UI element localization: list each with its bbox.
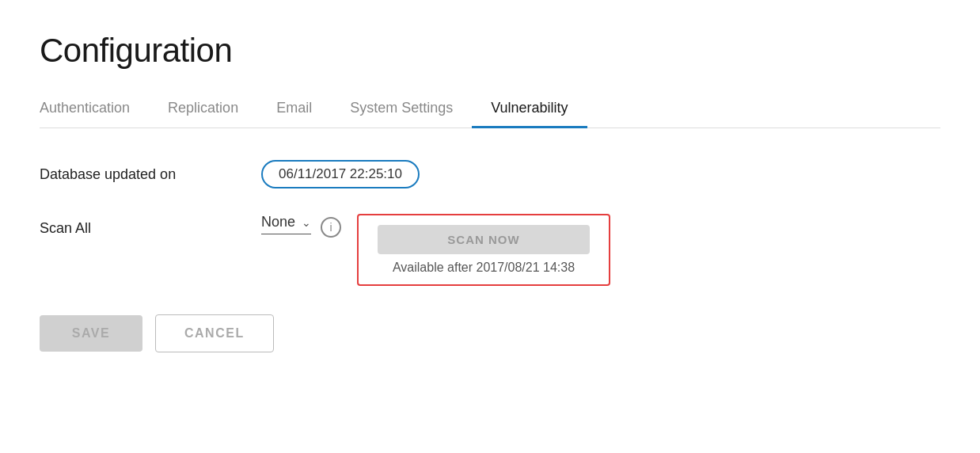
tabs-nav: Authentication Replication Email System … — [40, 92, 940, 128]
info-icon[interactable]: i — [321, 217, 341, 238]
cancel-button[interactable]: CANCEL — [155, 314, 274, 352]
database-updated-value: 06/11/2017 22:25:10 — [261, 160, 420, 188]
content-section: Database updated on 06/11/2017 22:25:10 … — [40, 157, 940, 352]
scan-now-box: SCAN NOW Available after 2017/08/21 14:3… — [357, 214, 610, 286]
page-title: Configuration — [40, 32, 940, 70]
available-after-text: Available after 2017/08/21 14:38 — [393, 261, 575, 275]
tab-authentication[interactable]: Authentication — [40, 92, 149, 128]
scan-now-button[interactable]: SCAN NOW — [378, 225, 590, 254]
chevron-down-icon: ⌄ — [302, 216, 311, 229]
tab-system-settings[interactable]: System Settings — [331, 92, 472, 128]
scan-all-select-value: None — [261, 214, 295, 230]
tab-replication[interactable]: Replication — [149, 92, 257, 128]
page-container: Configuration Authentication Replication… — [0, 0, 980, 453]
tab-vulnerability[interactable]: Vulnerability — [472, 92, 587, 128]
database-updated-badge: 06/11/2017 22:25:10 — [261, 160, 420, 188]
scan-all-select[interactable]: None ⌄ — [261, 214, 311, 234]
database-updated-row: Database updated on 06/11/2017 22:25:10 — [40, 157, 940, 192]
tab-email[interactable]: Email — [257, 92, 331, 128]
actions-row: SAVE CANCEL — [40, 314, 940, 352]
database-updated-label: Database updated on — [40, 166, 261, 183]
scan-all-controls: None ⌄ i SCAN NOW Available after 2017/0… — [261, 214, 610, 286]
scan-all-label: Scan All — [40, 214, 261, 237]
scan-all-row: Scan All None ⌄ i SCAN NOW Available aft… — [40, 214, 940, 286]
save-button[interactable]: SAVE — [40, 315, 142, 352]
